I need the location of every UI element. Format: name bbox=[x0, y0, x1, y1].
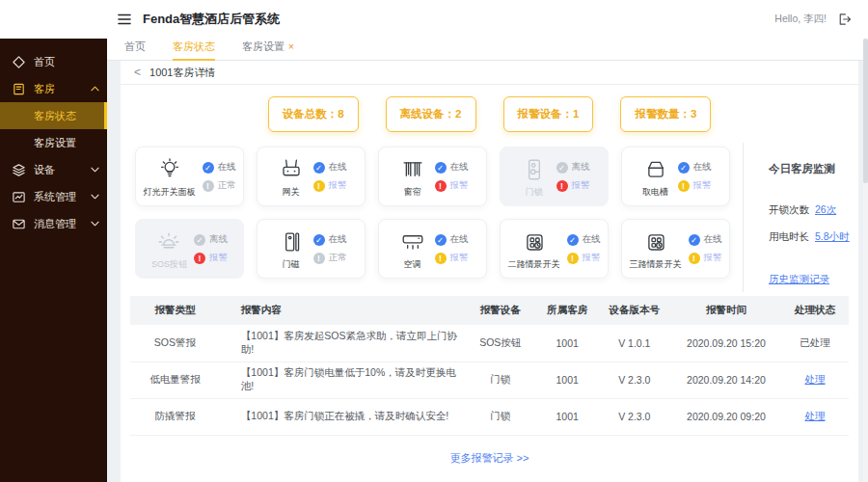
handle-state-cell: 已处理 bbox=[781, 325, 849, 362]
status-warn-icon: ! bbox=[435, 253, 447, 264]
status-label: 离线 bbox=[209, 233, 228, 246]
handle-state-cell: 处理 bbox=[781, 398, 849, 435]
status-danger-badge: ! 报警 bbox=[194, 252, 228, 264]
scrollbar[interactable] bbox=[863, 39, 868, 482]
tab-客房设置[interactable]: 客房设置 × bbox=[242, 40, 294, 61]
status-label: 在线 bbox=[693, 161, 712, 174]
status-normal-badge: ! 正常 bbox=[203, 179, 236, 192]
monitor-title: 今日客房监测 bbox=[769, 162, 853, 176]
device-name: 门锁 bbox=[526, 186, 543, 199]
device-version-cell: V 1.0.1 bbox=[598, 325, 671, 362]
sidebar-item-客房[interactable]: 客房 bbox=[0, 75, 107, 102]
back-arrow-icon[interactable]: < bbox=[134, 66, 141, 79]
status-warn-badge: ! 报警 bbox=[313, 179, 347, 192]
sidebar-subitem-客房设置[interactable]: 客房设置 bbox=[0, 129, 107, 156]
device-card-三路情景开关[interactable]: 三路情景开关 ✓ 在线 ! 报警 bbox=[621, 219, 730, 279]
status-offline-icon: ✓ bbox=[556, 162, 568, 174]
status-online-icon: ✓ bbox=[567, 234, 579, 246]
page-title: 1001客房详情 bbox=[149, 66, 215, 80]
content-panel: < 1001客房详情 设备总数：8离线设备：2报警设备：1报警数量：3 灯光开关… bbox=[121, 61, 858, 482]
device-version-cell: V 2.3.0 bbox=[598, 398, 671, 435]
device-card-SOS按钮[interactable]: SOS按钮 ✓ 离线 ! 报警 bbox=[135, 219, 244, 279]
status-online-icon: ✓ bbox=[689, 234, 700, 246]
status-danger-icon: ! bbox=[435, 180, 447, 192]
tab-首页[interactable]: 首页 bbox=[124, 40, 146, 61]
user-greeting: Hello, 李四! bbox=[774, 13, 827, 26]
column-header: 所属客房 bbox=[537, 296, 598, 325]
menu-icon[interactable] bbox=[118, 13, 131, 25]
handle-link[interactable]: 处理 bbox=[805, 373, 826, 385]
tab-label: 首页 bbox=[124, 40, 146, 54]
device-name: 窗帘 bbox=[404, 186, 421, 199]
sidebar: 首页 客房 客房状态客房设置 设备 系统管理 消息管理 bbox=[0, 39, 107, 482]
main-area: 首页 客房状态 客房设置 × < 1001客房详情 设备总数：8离线设备：2报警… bbox=[107, 39, 868, 482]
room-number-cell: 1001 bbox=[537, 325, 598, 362]
status-label: 报警 bbox=[209, 252, 228, 264]
device-name: 网关 bbox=[283, 186, 300, 199]
system-icon bbox=[12, 190, 26, 204]
device-card-二路情景开关[interactable]: 二路情景开关 ✓ 在线 ! 报警 bbox=[500, 219, 609, 279]
device-name: 灯光开关面板 bbox=[144, 186, 196, 199]
unlock-count-link[interactable]: 26次 bbox=[815, 203, 836, 215]
alarm-type-cell: 低电量警报 bbox=[130, 362, 220, 398]
status-warn-badge: ! 报警 bbox=[689, 252, 722, 264]
curtain-icon bbox=[397, 154, 428, 185]
tab-客房状态[interactable]: 客房状态 bbox=[173, 40, 215, 61]
column-header: 报警类型 bbox=[130, 296, 220, 325]
status-danger-icon: ! bbox=[556, 180, 568, 192]
status-label: 报警 bbox=[704, 252, 722, 264]
alarm-time-cell: 2020.09.20 15:20 bbox=[671, 325, 781, 362]
alarm-device-cell: SOS按钮 bbox=[464, 325, 537, 362]
door-sensor-icon bbox=[276, 227, 307, 257]
sidebar-item-首页[interactable]: 首页 bbox=[0, 48, 107, 75]
sidebar-item-消息管理[interactable]: 消息管理 bbox=[0, 210, 107, 237]
air-conditioner-icon bbox=[397, 227, 428, 257]
device-card-门锁[interactable]: 门锁 ✓ 离线 ! 报警 bbox=[500, 147, 609, 206]
status-label: 在线 bbox=[450, 161, 469, 174]
stat-badge: 报警数量：3 bbox=[620, 96, 711, 132]
status-online-icon: ✓ bbox=[313, 234, 325, 246]
device-card-空调[interactable]: 空调 ✓ 在线 ! 报警 bbox=[378, 219, 487, 279]
power-slot-icon bbox=[640, 154, 671, 185]
device-section: 灯光开关面板 ✓ 在线 ! 正常 网关 ✓ 在线 ! 报警 窗帘 ✓ 在线 bbox=[121, 143, 858, 292]
app-title: Fenda智慧酒店后管系统 bbox=[143, 11, 280, 28]
status-offline-badge: ✓ 离线 bbox=[556, 161, 590, 174]
history-records-link[interactable]: 历史监测记录 bbox=[769, 273, 829, 286]
status-online-badge: ✓ 在线 bbox=[313, 161, 347, 174]
scene-switch-icon bbox=[640, 227, 671, 257]
scrollbar-thumb[interactable] bbox=[863, 39, 868, 183]
sidebar-subitem-客房状态[interactable]: 客房状态 bbox=[0, 102, 107, 129]
status-label: 在线 bbox=[218, 161, 236, 174]
stat-badge: 报警设备：1 bbox=[503, 96, 594, 132]
alarm-table-body: SOS警报【1001】客房发起SOS紧急求助，请立即上门协助!SOS按钮1001… bbox=[130, 325, 849, 435]
status-label: 在线 bbox=[329, 233, 347, 246]
device-card-网关[interactable]: 网关 ✓ 在线 ! 报警 bbox=[257, 147, 366, 206]
status-warn-badge: ! 报警 bbox=[435, 252, 469, 264]
device-card-取电槽[interactable]: 取电槽 ✓ 在线 ! 报警 bbox=[621, 147, 730, 206]
device-card-门磁[interactable]: 门磁 ✓ 在线 ! 正常 bbox=[257, 219, 366, 279]
alarm-time-cell: 2020.09.20 14:20 bbox=[671, 362, 781, 398]
sidebar-item-设备[interactable]: 设备 bbox=[0, 156, 107, 183]
more-alarms-link[interactable]: 更多报警记录 >> bbox=[450, 452, 529, 464]
device-card-窗帘[interactable]: 窗帘 ✓ 在线 ! 报警 bbox=[378, 147, 487, 206]
power-duration-link[interactable]: 5.8小时 bbox=[815, 230, 850, 242]
logout-icon[interactable] bbox=[836, 12, 853, 27]
chevron-down-icon bbox=[91, 167, 99, 173]
column-header: 报警设备 bbox=[464, 296, 537, 325]
status-online-badge: ✓ 在线 bbox=[689, 233, 722, 246]
device-card-灯光开关面板[interactable]: 灯光开关面板 ✓ 在线 ! 正常 bbox=[135, 147, 244, 206]
alarm-content-cell: 【1001】客房发起SOS紧急求助，请立即上门协助! bbox=[220, 325, 464, 362]
sidebar-item-系统管理[interactable]: 系统管理 bbox=[0, 183, 107, 210]
chevron-down-icon bbox=[91, 194, 99, 200]
status-online-badge: ✓ 在线 bbox=[435, 161, 469, 174]
close-tab-icon[interactable]: × bbox=[288, 41, 294, 52]
status-warn-badge: ! 报警 bbox=[678, 179, 712, 192]
status-online-badge: ✓ 在线 bbox=[435, 233, 469, 246]
alarm-content-cell: 【1001】客房门锁正在被撬，请及时确认安全! bbox=[220, 398, 464, 435]
status-label: 在线 bbox=[583, 233, 601, 246]
handle-link[interactable]: 处理 bbox=[805, 410, 826, 421]
status-online-icon: ✓ bbox=[435, 162, 447, 174]
power-duration-row: 用电时长5.8小时 bbox=[769, 230, 853, 244]
status-online-icon: ✓ bbox=[678, 162, 690, 174]
unlock-count-row: 开锁次数26次 bbox=[769, 203, 853, 217]
